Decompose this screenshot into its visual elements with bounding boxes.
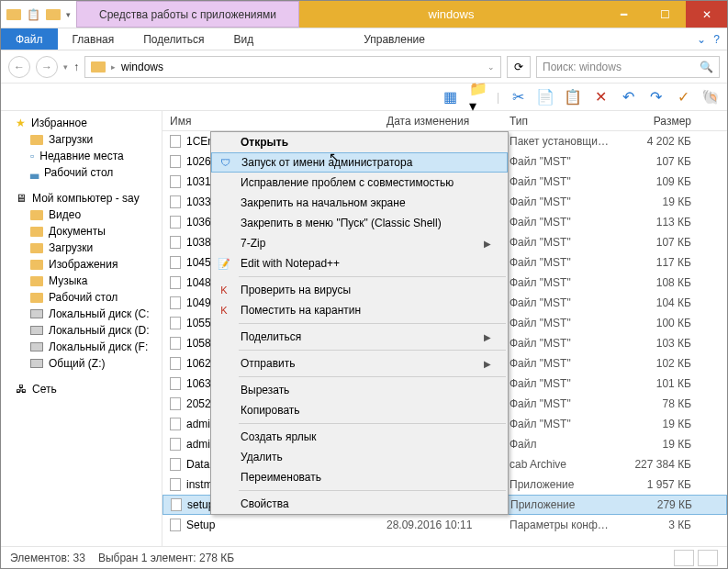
file-size: 107 КБ <box>633 236 706 249</box>
address-path[interactable]: ▸ windows ⌄ <box>84 56 501 78</box>
tab-share[interactable]: Поделиться <box>129 28 218 50</box>
undo-icon[interactable]: ↶ <box>619 88 637 106</box>
organize-icon[interactable]: 📁▾ <box>469 88 487 106</box>
sidebar-item-disk-c[interactable]: Локальный диск (C: <box>1 306 162 322</box>
close-button[interactable]: ✕ <box>686 1 727 28</box>
file-icon <box>168 396 183 411</box>
sidebar-item-videos[interactable]: Видео <box>1 206 162 223</box>
sidebar-label: Локальный диск (F: <box>49 340 148 353</box>
ribbon-tabs: Файл Главная Поделиться Вид Управление ⌄… <box>1 28 727 50</box>
redo-icon[interactable]: ↷ <box>646 88 665 106</box>
separator <box>239 276 506 277</box>
ctx-properties[interactable]: Свойства <box>211 494 508 514</box>
properties-icon[interactable]: ✓ <box>674 88 692 106</box>
folder-icon <box>30 210 43 220</box>
shell-icon[interactable]: 🐚 <box>701 88 720 106</box>
ctx-troubleshoot[interactable]: Исправление проблем с совместимостью <box>211 173 508 193</box>
column-headers: Имя Дата изменения Тип Размер <box>162 111 727 131</box>
cut-icon[interactable]: ✂ <box>509 88 527 106</box>
ribbon-expand-icon[interactable]: ⌄ <box>697 33 706 46</box>
ctx-7zip[interactable]: 7-Zip▶ <box>211 233 508 253</box>
up-button[interactable]: ↑ <box>73 61 79 73</box>
desktop-icon: ▃ <box>30 166 39 179</box>
file-type: Параметры конф… <box>510 519 633 531</box>
sidebar-label: Рабочий стол <box>44 166 113 179</box>
folder-icon[interactable] <box>46 9 61 20</box>
breadcrumb[interactable]: windows <box>121 61 163 73</box>
ctx-pin-start[interactable]: Закрепить на начальном экране <box>211 193 508 213</box>
file-size: 279 КБ <box>633 498 707 511</box>
sidebar-item-pictures[interactable]: Изображения <box>1 256 162 273</box>
column-type[interactable]: Тип <box>510 115 633 128</box>
sidebar-item-documents[interactable]: Документы <box>1 223 162 240</box>
ctx-quarantine[interactable]: KПоместить на карантин <box>211 300 508 320</box>
status-selected: Выбран 1 элемент: 278 КБ <box>98 552 234 564</box>
ctx-run-as-admin[interactable]: 🛡Запуск от имени администратора <box>211 152 508 173</box>
file-type: Файл "MST" <box>510 357 633 370</box>
chevron-right-icon: ▶ <box>484 359 491 369</box>
file-size: 78 КБ <box>633 397 706 410</box>
file-row[interactable]: Setup28.09.2016 10:11Параметры конф…3 КБ <box>162 515 727 535</box>
sidebar-label: Локальный диск (C: <box>49 307 150 320</box>
qat-icon[interactable]: 📋 <box>27 8 40 21</box>
ctx-shortcut[interactable]: Создать ярлык <box>211 427 508 447</box>
ctx-copy[interactable]: Копировать <box>211 400 508 420</box>
sidebar-label: Сеть <box>32 383 57 396</box>
search-icon[interactable]: 🔍 <box>700 61 713 73</box>
separator <box>239 490 506 491</box>
sidebar-item-downloads[interactable]: Загрузки <box>1 131 162 148</box>
chevron-down-icon[interactable]: ⌄ <box>487 62 495 72</box>
view-details-button[interactable] <box>674 550 694 566</box>
notepad-icon: 📝 <box>217 256 231 271</box>
ctx-virus-check[interactable]: KПроверить на вирусы <box>211 280 508 300</box>
paste-icon[interactable]: 📋 <box>564 88 582 106</box>
dropdown-icon[interactable]: ▾ <box>66 10 71 19</box>
sidebar-item-desktop[interactable]: ▃Рабочий стол <box>1 164 162 181</box>
file-type: Файл "MST" <box>510 216 633 229</box>
column-name[interactable]: Имя <box>162 115 386 128</box>
copy-icon[interactable]: 📄 <box>536 88 554 106</box>
tab-view[interactable]: Вид <box>218 28 268 50</box>
file-type: Приложение <box>510 478 633 491</box>
sidebar-item-downloads2[interactable]: Загрузки <box>1 240 162 256</box>
ctx-cut[interactable]: Вырезать <box>211 380 508 400</box>
file-icon <box>168 134 183 149</box>
sidebar-favorites[interactable]: ★Избранное <box>1 115 162 131</box>
column-date[interactable]: Дата изменения <box>386 115 510 128</box>
ctx-pin-classic[interactable]: Закрепить в меню "Пуск" (Classic Shell) <box>211 213 508 233</box>
column-size[interactable]: Размер <box>633 115 706 128</box>
refresh-button[interactable]: ⟳ <box>507 56 531 78</box>
recent-dropdown-icon[interactable]: ▾ <box>63 62 68 72</box>
file-icon <box>168 417 183 431</box>
sidebar-item-disk-z[interactable]: Общий (Z:) <box>1 355 162 372</box>
tab-home[interactable]: Главная <box>58 28 129 50</box>
sidebar-computer[interactable]: 🖥Мой компьютер - say <box>1 190 162 206</box>
sidebar-item-desktop2[interactable]: Рабочий стол <box>1 289 162 306</box>
forward-button[interactable]: → <box>36 56 58 78</box>
sidebar-item-music[interactable]: Музыка <box>1 273 162 289</box>
sidebar-item-recent[interactable]: ▫Недавние места <box>1 148 162 164</box>
ctx-send-to[interactable]: Отправить▶ <box>211 353 508 374</box>
sidebar-item-disk-f[interactable]: Локальный диск (F: <box>1 339 162 355</box>
folder-icon <box>30 227 43 237</box>
ctx-share[interactable]: Поделиться▶ <box>211 327 508 347</box>
view-icons-button[interactable] <box>698 550 718 566</box>
search-placeholder: Поиск: windows <box>543 61 622 73</box>
ctx-delete[interactable]: Удалить <box>211 447 508 467</box>
tab-file[interactable]: Файл <box>1 28 58 50</box>
tab-manage[interactable]: Управление <box>349 28 440 50</box>
ctx-notepad[interactable]: 📝Edit with Notepad++ <box>211 253 508 273</box>
disk-icon <box>30 326 43 335</box>
sidebar-item-disk-d[interactable]: Локальный диск (D: <box>1 322 162 339</box>
help-icon[interactable]: ? <box>713 33 720 46</box>
file-icon <box>168 316 183 330</box>
back-button[interactable]: ← <box>8 56 30 78</box>
minimize-button[interactable]: ━ <box>603 1 644 28</box>
search-input[interactable]: Поиск: windows 🔍 <box>536 56 720 78</box>
maximize-button[interactable]: ☐ <box>644 1 686 28</box>
sidebar-network[interactable]: 🖧Сеть <box>1 381 162 397</box>
view-mode-icon[interactable]: ▦ <box>442 88 460 106</box>
ctx-open[interactable]: Открыть <box>211 132 508 152</box>
delete-icon[interactable]: ✕ <box>591 88 610 106</box>
ctx-rename[interactable]: Переименовать <box>211 467 508 487</box>
